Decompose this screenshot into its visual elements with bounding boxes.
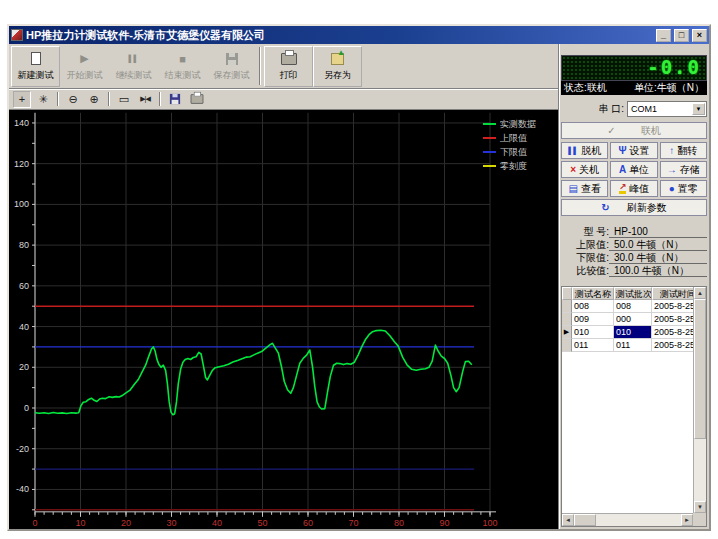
save-test-button[interactable]: 保存测试: [207, 46, 256, 87]
selected-cell: 010: [614, 326, 652, 339]
model-value: HP-100: [609, 226, 707, 238]
horizontal-scrollbar[interactable]: ◄ ►: [562, 513, 693, 526]
table-row-selected[interactable]: ▶ 010 010 2005-8-25 下4: [562, 326, 693, 339]
check-icon: ✓: [607, 125, 615, 136]
svg-text:120: 120: [14, 159, 29, 169]
svg-text:10: 10: [75, 518, 85, 528]
unit-button[interactable]: A单位: [610, 161, 657, 178]
chart-toolbar-separator: [57, 92, 59, 106]
chevron-down-icon[interactable]: ▼: [692, 103, 705, 115]
print-chart-tool-button[interactable]: [187, 91, 207, 108]
table-row[interactable]: 008 008 2005-8-25 下4: [562, 300, 693, 313]
svg-text:20: 20: [19, 362, 29, 372]
pause-icon: ▌▌: [568, 147, 578, 154]
store-button[interactable]: →存储: [660, 161, 707, 178]
scrollbar-corner: [693, 513, 706, 526]
continue-test-button[interactable]: ▌▌ 继续测试: [109, 46, 158, 87]
serial-port-row: 串 口: COM1 ▼: [561, 101, 707, 117]
svg-text:-20: -20: [16, 444, 29, 454]
stop-icon: ■: [179, 51, 186, 67]
svg-text:80: 80: [19, 240, 29, 250]
side-panel: -0.0 状态:联机 单位:牛顿（N） 串 口: COM1 ▼ ✓ 联机 ▌▌脱…: [558, 44, 709, 529]
svg-text:0: 0: [32, 518, 37, 528]
close-button[interactable]: ×: [692, 29, 707, 42]
col-test-name[interactable]: 测试名称: [572, 287, 614, 300]
model-label: 型 号:: [561, 226, 609, 237]
minimize-button[interactable]: _: [656, 29, 671, 42]
list-icon: ▤: [568, 183, 577, 194]
col-test-time[interactable]: 测试时间: [652, 287, 693, 300]
floppy-icon: [170, 94, 180, 104]
start-test-button[interactable]: ▶ 开始测试: [60, 46, 109, 87]
scroll-down-icon[interactable]: ▼: [694, 501, 706, 513]
save-chart-tool-button[interactable]: [166, 91, 184, 108]
force-readout-display: -0.0: [561, 55, 707, 81]
legend-label: 实测数据: [500, 119, 536, 129]
zero-button[interactable]: ●置零: [660, 180, 707, 197]
svg-text:70: 70: [348, 518, 358, 528]
fit-axes-tool-button[interactable]: ▶|◀: [136, 91, 154, 108]
print-button[interactable]: 打印: [264, 46, 313, 87]
svg-text:40: 40: [19, 322, 29, 332]
serial-port-select[interactable]: COM1 ▼: [627, 101, 707, 117]
toolbar-separator: [259, 47, 261, 85]
vertical-scrollbar[interactable]: ▲ ▼: [693, 287, 706, 513]
titlebar: HP推拉力计测试软件-乐清市艾德堡仪器有限公司 _ □ ×: [9, 26, 709, 44]
main-area: 新建测试 ▶ 开始测试 ▌▌ 继续测试 ■ 结束测试 保存测试: [9, 44, 709, 529]
svg-text:90: 90: [439, 518, 449, 528]
col-test-batch[interactable]: 测试批次: [614, 287, 652, 300]
device-info-box: 型 号:HP-100 上限值:50.0 牛顿（N） 下限值:30.0 牛顿（N）…: [561, 226, 707, 278]
vertical-scroll-thumb[interactable]: [694, 299, 706, 439]
view-button[interactable]: ▤查看: [561, 180, 608, 197]
chart-area: -40-200204060801001201400102030405060708…: [9, 110, 558, 529]
chart-toolbar: + ✳ ⊖ ⊕ ▭ ▶|◀: [9, 89, 558, 110]
settings-button[interactable]: Ψ设置: [610, 142, 657, 159]
peak-button[interactable]: ↗峰值: [610, 180, 657, 197]
power-off-button[interactable]: ×关机: [561, 161, 608, 178]
crosshair-tool-button[interactable]: +: [13, 91, 31, 108]
table-row[interactable]: 011 011 2005-8-25 下: [562, 339, 693, 352]
app-icon: [11, 29, 23, 41]
svg-text:-40: -40: [16, 484, 29, 494]
svg-text:100: 100: [14, 199, 29, 209]
scroll-up-icon[interactable]: ▲: [694, 287, 706, 299]
horizontal-scroll-thumb[interactable]: [574, 514, 596, 526]
upper-limit-label: 上限值:: [561, 239, 609, 250]
peak-icon: ↗: [619, 183, 627, 194]
connect-button[interactable]: ✓ 联机: [561, 122, 707, 139]
arrow-up-icon: ↑: [669, 145, 674, 156]
arrow-right-icon: →: [667, 164, 677, 175]
chart-toolbar-separator: [108, 92, 110, 106]
connection-status: 状态:联机: [564, 81, 607, 95]
table-header-row: 测试名称 测试批次 测试时间 （: [562, 287, 693, 300]
chart-toolbar-separator: [159, 92, 161, 106]
zoom-in-tool-button[interactable]: ⊕: [85, 91, 103, 108]
printer-icon: [191, 94, 204, 104]
status-strip: 状态:联机 单位:牛顿（N）: [561, 81, 707, 95]
window-title: HP推拉力计测试软件-乐清市艾德堡仪器有限公司: [26, 28, 653, 43]
svg-text:50: 50: [257, 518, 267, 528]
compare-value-label: 比较值:: [561, 265, 609, 276]
move-cursor-tool-button[interactable]: ✳: [34, 91, 52, 108]
restore-button[interactable]: □: [674, 29, 689, 42]
scroll-right-icon[interactable]: ►: [681, 514, 693, 526]
flip-button[interactable]: ↑翻转: [660, 142, 707, 159]
new-document-icon: [31, 51, 41, 67]
lower-limit-value: 30.0 牛顿（N）: [609, 252, 707, 264]
legend-label: 上限值: [500, 133, 527, 143]
unit-status: 单位:牛顿（N）: [634, 81, 704, 95]
scroll-left-icon[interactable]: ◄: [562, 514, 574, 526]
select-box-tool-button[interactable]: ▭: [115, 91, 133, 108]
svg-text:60: 60: [19, 281, 29, 291]
table-row[interactable]: 009 000 2005-8-25 下4: [562, 313, 693, 326]
offline-button[interactable]: ▌▌脱机: [561, 142, 608, 159]
serial-port-label: 串 口:: [598, 102, 624, 116]
device-button-grid: ▌▌脱机 Ψ设置 ↑翻转 ×关机 A单位 →存储 ▤查看 ↗峰值 ●置零: [561, 142, 707, 197]
row-marker-icon: ▶: [562, 326, 572, 339]
refresh-params-button[interactable]: ↻ 刷新参数: [561, 199, 707, 216]
app-window: HP推拉力计测试软件-乐清市艾德堡仪器有限公司 _ □ × 新建测试 ▶ 开始测…: [7, 24, 711, 531]
zoom-out-tool-button[interactable]: ⊖: [64, 91, 82, 108]
new-test-button[interactable]: 新建测试: [11, 46, 60, 87]
save-as-button[interactable]: 另存为: [313, 46, 362, 87]
end-test-button[interactable]: ■ 结束测试: [158, 46, 207, 87]
